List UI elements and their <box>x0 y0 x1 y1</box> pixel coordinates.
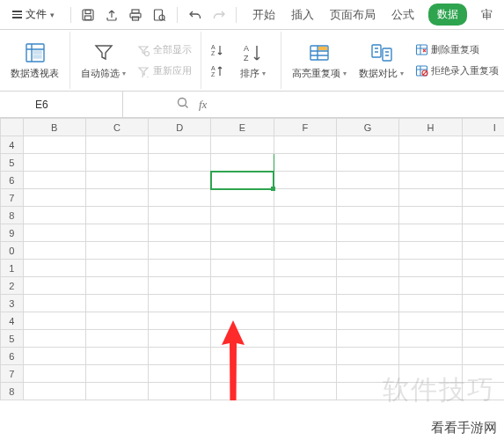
cell[interactable] <box>85 365 148 383</box>
cell[interactable] <box>336 207 398 224</box>
cell[interactable] <box>211 312 274 330</box>
cell[interactable] <box>149 172 211 189</box>
cell[interactable] <box>23 312 85 330</box>
reapply-button[interactable]: 重新应用 <box>133 62 195 80</box>
col-header[interactable]: F <box>274 119 336 136</box>
cell[interactable] <box>211 224 274 242</box>
redo-icon[interactable] <box>211 7 227 23</box>
data-compare-button[interactable]: 数据对比▾ <box>354 40 409 82</box>
row-header[interactable]: 4 <box>1 312 24 330</box>
row-header[interactable]: 7 <box>1 365 24 383</box>
cell[interactable] <box>85 330 148 348</box>
cell[interactable] <box>399 136 462 154</box>
row-header[interactable]: 5 <box>1 154 24 172</box>
cell[interactable] <box>399 348 462 365</box>
col-header[interactable]: D <box>149 119 211 136</box>
cell[interactable] <box>23 330 85 348</box>
row-header[interactable]: 1 <box>1 260 24 277</box>
cell[interactable] <box>23 154 85 172</box>
cell[interactable] <box>462 242 504 260</box>
cell[interactable] <box>399 242 462 260</box>
cell[interactable] <box>85 383 148 400</box>
cell[interactable] <box>211 242 274 260</box>
cell[interactable] <box>462 189 504 207</box>
tab-layout[interactable]: 页面布局 <box>328 2 377 28</box>
cell[interactable] <box>211 172 274 189</box>
cell[interactable] <box>85 295 148 312</box>
cell[interactable] <box>462 224 504 242</box>
cell[interactable] <box>211 348 274 365</box>
cell[interactable] <box>399 312 462 330</box>
row-header[interactable]: 2 <box>1 277 24 295</box>
cell[interactable] <box>336 260 398 277</box>
reject-duplicates-button[interactable]: 拒绝录入重复项 <box>411 62 502 80</box>
cell[interactable] <box>85 224 148 242</box>
cell[interactable] <box>274 295 336 312</box>
cell[interactable] <box>399 260 462 277</box>
cell[interactable] <box>149 295 211 312</box>
cell[interactable] <box>274 277 336 295</box>
cell[interactable] <box>336 383 398 400</box>
spreadsheet-grid[interactable]: B C D E F G H I 456789012345678 <box>0 118 504 400</box>
cell[interactable] <box>149 260 211 277</box>
cell[interactable] <box>274 260 336 277</box>
cell[interactable] <box>336 277 398 295</box>
print-icon[interactable] <box>128 7 143 23</box>
cell[interactable] <box>462 172 504 189</box>
cell[interactable] <box>149 277 211 295</box>
cell[interactable] <box>211 260 274 277</box>
cell[interactable] <box>149 330 211 348</box>
sort-button[interactable]: A Z 排序▾ <box>230 40 275 82</box>
cell[interactable] <box>399 172 462 189</box>
cell[interactable] <box>211 383 274 400</box>
col-header[interactable]: H <box>399 119 462 136</box>
cell[interactable] <box>462 312 504 330</box>
row-header[interactable]: 9 <box>1 224 24 242</box>
cell[interactable] <box>85 172 148 189</box>
cell[interactable] <box>399 224 462 242</box>
cell[interactable] <box>336 348 398 365</box>
cell[interactable] <box>336 242 398 260</box>
cell[interactable] <box>274 242 336 260</box>
cell[interactable] <box>336 172 398 189</box>
cell[interactable] <box>462 277 504 295</box>
col-header[interactable]: I <box>462 119 504 136</box>
cell[interactable] <box>462 154 504 172</box>
cell[interactable] <box>85 277 148 295</box>
cell[interactable] <box>23 242 85 260</box>
fx-button[interactable]: fx <box>199 98 207 112</box>
cell[interactable] <box>399 207 462 224</box>
cell[interactable] <box>399 189 462 207</box>
pivot-table-button[interactable]: 数据透视表 <box>5 40 64 82</box>
cell[interactable] <box>149 383 211 400</box>
cell[interactable] <box>85 154 148 172</box>
cell[interactable] <box>23 207 85 224</box>
cell[interactable] <box>462 207 504 224</box>
tab-formula[interactable]: 公式 <box>390 2 416 28</box>
cell[interactable] <box>211 277 274 295</box>
row-header[interactable]: 7 <box>1 189 24 207</box>
cell[interactable] <box>85 260 148 277</box>
cell[interactable] <box>274 383 336 400</box>
select-all-corner[interactable] <box>1 119 24 136</box>
cell[interactable] <box>149 242 211 260</box>
cell[interactable] <box>274 136 336 154</box>
cell[interactable] <box>149 207 211 224</box>
row-header[interactable]: 0 <box>1 242 24 260</box>
cell[interactable] <box>149 189 211 207</box>
cell[interactable] <box>149 365 211 383</box>
name-box[interactable]: E6 <box>0 92 123 117</box>
cell[interactable] <box>274 312 336 330</box>
undo-icon[interactable] <box>187 7 203 23</box>
cell[interactable] <box>211 189 274 207</box>
cell[interactable] <box>85 312 148 330</box>
cell[interactable] <box>85 189 148 207</box>
show-all-button[interactable]: 全部显示 <box>133 41 195 59</box>
sort-desc-button[interactable]: A Z <box>207 62 228 80</box>
cell[interactable] <box>274 189 336 207</box>
cell[interactable] <box>336 189 398 207</box>
remove-duplicates-button[interactable]: 删除重复项 <box>411 41 502 59</box>
cell[interactable] <box>211 330 274 348</box>
cell[interactable] <box>23 189 85 207</box>
cell[interactable] <box>23 136 85 154</box>
